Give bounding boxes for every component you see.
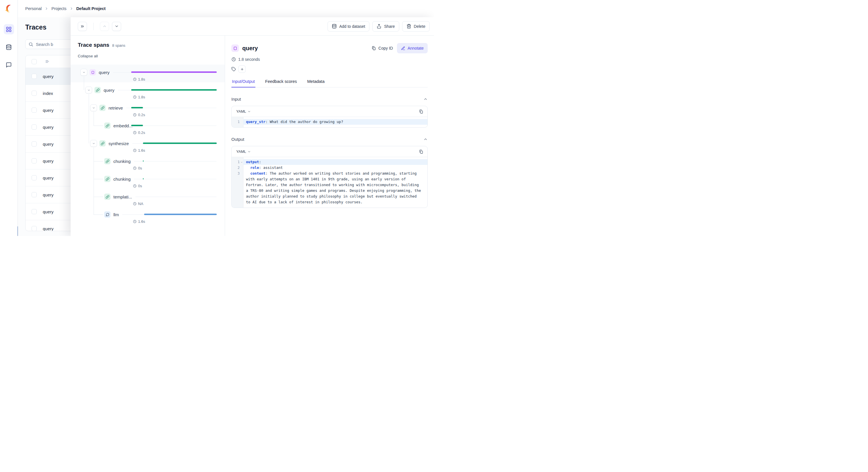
row-checkbox[interactable] <box>32 125 37 130</box>
expand-collapse-button[interactable] <box>90 104 97 111</box>
duration-bar <box>131 107 143 108</box>
row-checkbox[interactable] <box>32 175 37 180</box>
input-code: 1query_str: What did the author do growi… <box>231 117 427 127</box>
span-title: query <box>242 45 258 52</box>
span-duration-label: 0.2s <box>133 113 145 117</box>
message-circle-icon <box>104 211 111 217</box>
row-leader-line <box>134 179 216 179</box>
trace-spans-panel: Trace spans 8 spans Collapse all query1.… <box>71 36 225 236</box>
span-details-panel: query Copy ID Annotate <box>225 36 434 236</box>
span-duration: 1.8 seconds <box>231 57 428 62</box>
tab-feedback-scores[interactable]: Feedback scores <box>265 79 298 87</box>
toolbar-actions: Add to datasetShareDelete <box>328 21 430 32</box>
previous-trace-button[interactable] <box>100 22 109 31</box>
row-checkbox[interactable] <box>32 226 37 231</box>
span-row-query[interactable]: query1.8s <box>71 82 225 100</box>
grid-icon <box>6 26 12 32</box>
link-icon <box>104 158 111 164</box>
comet-logo[interactable] <box>4 4 14 13</box>
code-text: content: The author worked on writing sh… <box>243 171 427 205</box>
row-checkbox[interactable] <box>32 192 37 197</box>
link-icon <box>104 123 111 129</box>
trace-icon <box>231 44 239 52</box>
tab-input-output[interactable]: Input/Output <box>231 79 255 87</box>
chevron-up-icon[interactable] <box>423 97 428 101</box>
breadcrumb-current-project: Default Project <box>76 6 105 11</box>
text-lines-icon[interactable] <box>45 59 50 64</box>
tab-metadata[interactable]: Metadata <box>307 79 325 87</box>
database-icon <box>332 24 337 29</box>
message-square-icon <box>6 62 12 68</box>
span-name: query <box>99 70 110 75</box>
add-to-dataset-button[interactable]: Add to dataset <box>328 21 369 32</box>
copy-icon[interactable] <box>419 109 423 114</box>
copy-icon[interactable] <box>419 149 423 154</box>
share-button[interactable]: Share <box>372 21 399 32</box>
expand-collapse-button[interactable] <box>90 140 97 147</box>
span-duration-label: 0s <box>133 166 142 170</box>
tree-connector <box>94 214 103 215</box>
copy-id-button[interactable]: Copy ID <box>371 46 393 50</box>
row-checkbox[interactable] <box>32 74 37 79</box>
duration-bar <box>131 71 217 73</box>
vertical-scrollbar-thumb[interactable] <box>17 226 18 236</box>
input-format-select[interactable]: YAML <box>236 109 251 113</box>
row-checkbox[interactable] <box>32 209 37 214</box>
fold-chevron-icon[interactable] <box>241 161 243 164</box>
sidebar <box>0 0 18 236</box>
row-leader-line <box>135 197 216 197</box>
breadcrumb-projects[interactable]: Projects <box>51 6 66 11</box>
annotate-button[interactable]: Annotate <box>397 43 428 53</box>
duration-bar <box>131 125 143 126</box>
trace-detail-overlay: Add to datasetShareDelete Trace spans 8 … <box>71 17 434 236</box>
span-duration-label: 1.6s <box>133 148 145 153</box>
trace-name: query <box>43 142 54 146</box>
select-all-checkbox[interactable] <box>32 59 37 64</box>
row-checkbox[interactable] <box>32 107 37 113</box>
output-section-header: Output <box>231 137 428 142</box>
line-number: 1 <box>231 159 243 165</box>
sidebar-item-1[interactable] <box>4 42 14 52</box>
clock-icon <box>231 57 236 62</box>
link-icon <box>94 87 101 93</box>
clock-icon <box>133 220 136 224</box>
search-icon <box>28 42 33 47</box>
output-code: 1output:2 role: assistant3 content: The … <box>231 157 427 208</box>
trace-name: query <box>43 108 54 113</box>
duration-bar <box>143 142 217 144</box>
trash-icon <box>406 24 411 29</box>
collapse-panel-button[interactable] <box>78 22 87 31</box>
tree-connector <box>89 94 89 143</box>
code-text: role: assistant <box>243 165 427 171</box>
toolbar-divider <box>93 23 94 30</box>
span-row-query[interactable]: query1.8s <box>71 65 225 82</box>
trace-rect-icon <box>90 69 96 75</box>
next-trace-button[interactable] <box>112 22 121 31</box>
link-icon <box>104 176 111 182</box>
span-duration-label: 1.8s <box>133 95 145 99</box>
tree-connector <box>94 197 103 197</box>
span-name: retrieve <box>108 105 123 110</box>
overlay-body: Trace spans 8 spans Collapse all query1.… <box>71 36 434 236</box>
sidebar-item-2[interactable] <box>4 60 14 70</box>
clock-icon <box>133 148 136 152</box>
spans-panel-title: Trace spans <box>78 42 110 48</box>
span-name: embedd... <box>113 123 133 128</box>
breadcrumb-personal[interactable]: Personal <box>25 6 42 11</box>
clock-icon <box>133 113 136 117</box>
chevron-up-icon[interactable] <box>423 137 428 141</box>
collapse-all-link[interactable]: Collapse all <box>78 54 98 58</box>
delete-button[interactable]: Delete <box>402 21 430 32</box>
expand-collapse-button[interactable] <box>85 87 92 94</box>
link-icon <box>99 105 105 111</box>
output-format-select[interactable]: YAML <box>236 149 251 154</box>
row-checkbox[interactable] <box>32 158 37 164</box>
expand-collapse-button[interactable] <box>81 69 87 76</box>
tag-icon <box>231 67 236 71</box>
sidebar-item-0[interactable] <box>4 24 14 34</box>
trace-name: query <box>43 159 54 164</box>
main-area: Personal Projects Default Project Traces… <box>18 0 434 236</box>
add-tag-button[interactable] <box>238 65 246 73</box>
row-checkbox[interactable] <box>32 141 37 146</box>
row-checkbox[interactable] <box>32 91 37 96</box>
